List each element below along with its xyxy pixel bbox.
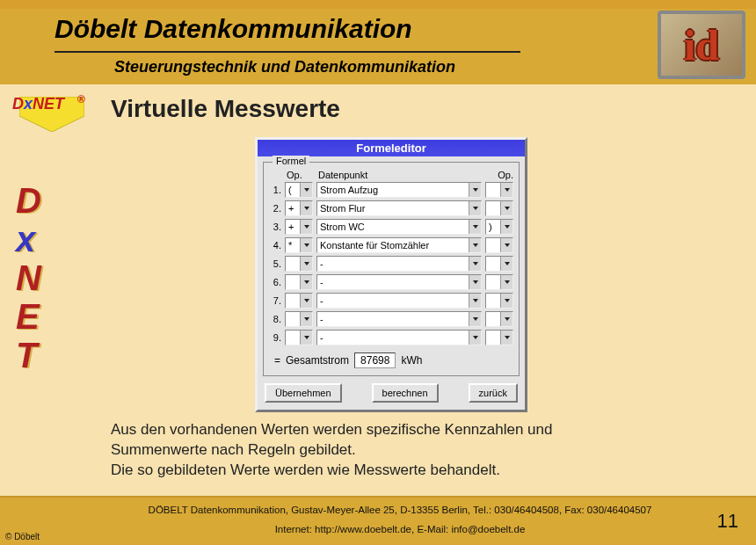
operator2-dropdown[interactable] bbox=[485, 311, 513, 327]
operator1-dropdown[interactable] bbox=[285, 274, 313, 290]
chevron-down-icon[interactable] bbox=[469, 220, 481, 234]
chevron-down-icon[interactable] bbox=[300, 257, 312, 271]
chevron-down-icon[interactable] bbox=[469, 331, 481, 345]
row-number: 6. bbox=[269, 277, 281, 287]
chevron-down-icon[interactable] bbox=[500, 275, 512, 289]
col-op1: Op. bbox=[287, 170, 318, 180]
vertical-brand: D x N E T bbox=[16, 181, 43, 374]
chevron-down-icon[interactable] bbox=[500, 183, 512, 197]
row-number: 9. bbox=[269, 332, 281, 343]
header-rule bbox=[55, 51, 520, 53]
page-number: 11 bbox=[717, 510, 738, 533]
result-unit: kWh bbox=[401, 354, 422, 367]
logo-text: id bbox=[684, 21, 719, 69]
page-title: Virtuelle Messwerte bbox=[111, 95, 340, 123]
operator2-dropdown[interactable] bbox=[485, 330, 513, 345]
chevron-down-icon[interactable] bbox=[300, 183, 312, 197]
column-headers: Op. Datenpunkt Op. bbox=[269, 170, 513, 180]
operator1-dropdown[interactable]: ( bbox=[285, 182, 313, 198]
operator1-dropdown[interactable]: + bbox=[285, 200, 313, 216]
operator2-dropdown[interactable] bbox=[485, 237, 513, 253]
row-number: 3. bbox=[269, 222, 281, 232]
datapoint-dropdown[interactable]: Strom Aufzug bbox=[316, 182, 482, 198]
company-logo: id bbox=[658, 11, 745, 79]
operator2-dropdown[interactable]: ) bbox=[485, 219, 513, 235]
formula-editor-window: Formeleditor Formel Op. Datenpunkt Op. 1… bbox=[255, 137, 527, 412]
chevron-down-icon[interactable] bbox=[500, 220, 512, 234]
result-row: = Gesamtstrom 87698 kWh bbox=[269, 352, 513, 368]
chevron-down-icon[interactable] bbox=[300, 331, 312, 345]
formula-fieldset: Formel Op. Datenpunkt Op. 1.(Strom Aufzu… bbox=[263, 162, 520, 376]
operator1-dropdown[interactable] bbox=[285, 311, 313, 327]
chevron-down-icon[interactable] bbox=[500, 201, 512, 215]
chevron-down-icon[interactable] bbox=[300, 312, 312, 326]
datapoint-dropdown[interactable]: Strom WC bbox=[316, 219, 482, 235]
operator1-dropdown[interactable] bbox=[285, 256, 313, 272]
fieldset-legend: Formel bbox=[273, 156, 309, 166]
formula-row: 5.- bbox=[269, 256, 513, 272]
operator2-dropdown[interactable] bbox=[485, 274, 513, 290]
operator1-dropdown[interactable] bbox=[285, 330, 313, 345]
datapoint-dropdown[interactable]: Strom Flur bbox=[316, 200, 482, 216]
header-subtitle: Steuerungstechnik und Datenkommunikation bbox=[114, 58, 455, 76]
chevron-down-icon[interactable] bbox=[469, 257, 481, 271]
window-titlebar: Formeleditor bbox=[258, 140, 525, 156]
back-button[interactable]: zurück bbox=[469, 383, 518, 403]
chevron-down-icon[interactable] bbox=[300, 201, 312, 215]
datapoint-dropdown[interactable]: - bbox=[316, 330, 482, 345]
row-number: 7. bbox=[269, 295, 281, 306]
chevron-down-icon[interactable] bbox=[500, 257, 512, 271]
chevron-down-icon[interactable] bbox=[469, 294, 481, 308]
formula-row: 2.+Strom Flur bbox=[269, 200, 513, 216]
chevron-down-icon[interactable] bbox=[300, 220, 312, 234]
formula-row: 4.*Konstante für Stomzähler bbox=[269, 237, 513, 253]
slide-caption: Aus den vorhandenen Werten werden spezif… bbox=[111, 420, 730, 481]
slide-body: DxNET ® Virtuelle Messwerte D x N E T Fo… bbox=[0, 84, 756, 496]
footer-bar: © Döbelt DÖBELT Datenkommunikation, Gust… bbox=[0, 496, 756, 545]
apply-button[interactable]: Übernehmen bbox=[265, 383, 342, 403]
registered-mark: ® bbox=[77, 93, 85, 105]
chevron-down-icon[interactable] bbox=[469, 312, 481, 326]
datapoint-dropdown[interactable]: - bbox=[316, 311, 482, 327]
equals-sign: = bbox=[274, 354, 280, 367]
datapoint-dropdown[interactable]: - bbox=[316, 293, 482, 309]
formula-row: 6.- bbox=[269, 274, 513, 290]
chevron-down-icon[interactable] bbox=[300, 294, 312, 308]
col-datapoint: Datenpunkt bbox=[318, 170, 487, 180]
operator2-dropdown[interactable] bbox=[485, 293, 513, 309]
dxnet-label: DxNET bbox=[12, 95, 64, 113]
row-number: 8. bbox=[269, 314, 281, 324]
operator1-dropdown[interactable] bbox=[285, 293, 313, 309]
formula-row: 1.(Strom Aufzug bbox=[269, 182, 513, 198]
operator1-dropdown[interactable]: + bbox=[285, 219, 313, 235]
row-number: 1. bbox=[269, 185, 281, 195]
chevron-down-icon[interactable] bbox=[500, 294, 512, 308]
col-op2: Op. bbox=[487, 170, 513, 180]
row-number: 2. bbox=[269, 203, 281, 214]
header-title: Döbelt Datenkommunikation bbox=[55, 14, 412, 44]
chevron-down-icon[interactable] bbox=[500, 238, 512, 252]
chevron-down-icon[interactable] bbox=[469, 201, 481, 215]
chevron-down-icon[interactable] bbox=[469, 238, 481, 252]
chevron-down-icon[interactable] bbox=[469, 275, 481, 289]
operator2-dropdown[interactable] bbox=[485, 200, 513, 216]
result-value: 87698 bbox=[354, 352, 396, 368]
operator2-dropdown[interactable] bbox=[485, 256, 513, 272]
operator1-dropdown[interactable]: * bbox=[285, 237, 313, 253]
chevron-down-icon[interactable] bbox=[500, 331, 512, 345]
copyright: © Döbelt bbox=[5, 532, 40, 541]
dxnet-badge: DxNET ® bbox=[11, 93, 95, 135]
chevron-down-icon[interactable] bbox=[500, 312, 512, 326]
operator2-dropdown[interactable] bbox=[485, 182, 513, 198]
datapoint-dropdown[interactable]: Konstante für Stomzähler bbox=[316, 237, 482, 253]
chevron-down-icon[interactable] bbox=[300, 275, 312, 289]
chevron-down-icon[interactable] bbox=[469, 183, 481, 197]
footer-address: DÖBELT Datenkommunikation, Gustav-Meyer-… bbox=[132, 505, 668, 515]
result-label: Gesamtstrom bbox=[286, 354, 349, 367]
chevron-down-icon[interactable] bbox=[300, 238, 312, 252]
formula-row: 3.+Strom WC) bbox=[269, 219, 513, 235]
datapoint-dropdown[interactable]: - bbox=[316, 274, 482, 290]
footer-web: Internet: http://www.doebelt.de, E-Mail:… bbox=[132, 524, 668, 534]
datapoint-dropdown[interactable]: - bbox=[316, 256, 482, 272]
calculate-button[interactable]: berechnen bbox=[372, 383, 439, 403]
